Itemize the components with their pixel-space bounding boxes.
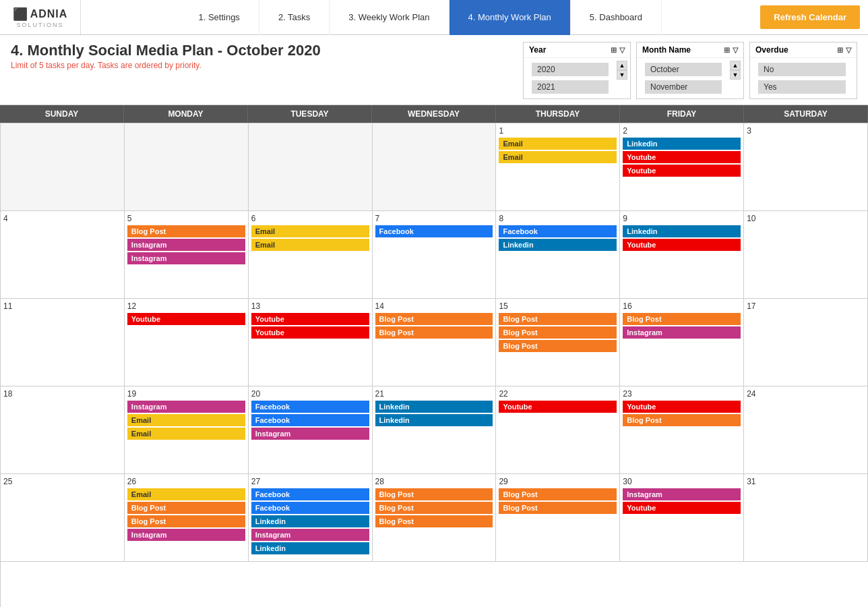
month-scroll-up[interactable]: ▲	[730, 61, 741, 70]
task-tag-facebook[interactable]: Facebook	[251, 502, 369, 514]
task-tag-blogpost[interactable]: Blog Post	[623, 414, 741, 426]
task-tag-blogpost[interactable]: Blog Post	[375, 488, 493, 500]
task-tag-blogpost[interactable]: Blog Post	[375, 515, 493, 527]
task-tag-youtube[interactable]: Youtube	[499, 401, 617, 413]
cal-date: 5	[127, 214, 245, 223]
year-sort-icon[interactable]: ⊞	[611, 46, 617, 55]
nav-dashboard[interactable]: 5. Dashboard	[571, 0, 662, 35]
cal-date: 20	[251, 389, 369, 399]
task-tag-instagram[interactable]: Instagram	[127, 529, 245, 541]
task-tag-youtube[interactable]: Youtube	[623, 401, 741, 413]
task-tag-instagram[interactable]: Instagram	[623, 326, 741, 339]
cal-date: 16	[623, 301, 741, 311]
task-tag-youtube[interactable]: Youtube	[623, 165, 741, 177]
cal-cell: 25	[1, 474, 125, 562]
task-tag-youtube[interactable]: Youtube	[623, 151, 741, 163]
cal-cell: 28Blog PostBlog PostBlog Post	[373, 474, 497, 562]
cal-cell: 21LinkedinLinkedin	[373, 386, 497, 474]
nav-settings[interactable]: 1. Settings	[179, 0, 259, 35]
month-sort-icon[interactable]: ⊞	[724, 46, 730, 55]
cal-date: 4	[3, 214, 121, 223]
month-value-1[interactable]: October	[645, 63, 722, 76]
cal-cell: 13YoutubeYoutube	[249, 299, 373, 386]
task-tag-email[interactable]: Email	[251, 239, 369, 251]
task-tag-email[interactable]: Email	[127, 488, 245, 500]
year-filter-icon[interactable]: ▽	[619, 46, 625, 55]
refresh-button[interactable]: Refresh Calendar	[760, 5, 860, 29]
overdue-filter-icon[interactable]: ▽	[846, 46, 851, 55]
task-tag-email[interactable]: Email	[127, 414, 245, 426]
task-tag-linkedin[interactable]: Linkedin	[623, 225, 741, 237]
task-tag-linkedin[interactable]: Linkedin	[499, 239, 617, 251]
cal-date: 7	[375, 214, 493, 223]
task-tag-instagram[interactable]: Instagram	[251, 529, 369, 541]
month-value-2[interactable]: November	[645, 80, 722, 94]
month-scroll-down[interactable]: ▼	[730, 70, 741, 80]
task-tag-youtube[interactable]: Youtube	[251, 326, 369, 339]
task-tag-email[interactable]: Email	[499, 138, 617, 150]
year-value-2[interactable]: 2021	[532, 80, 609, 94]
nav-weekly[interactable]: 3. Weekly Work Plan	[330, 0, 449, 35]
nav-monthly[interactable]: 4. Monthly Work Plan	[450, 0, 571, 35]
task-tag-youtube[interactable]: Youtube	[251, 313, 369, 325]
overdue-value-1[interactable]: No	[758, 63, 846, 76]
calendar-header: SUNDAY MONDAY TUESDAY WEDNESDAY THURSDAY…	[0, 105, 868, 123]
day-thursday: THURSDAY	[496, 105, 620, 123]
task-tag-youtube[interactable]: Youtube	[623, 502, 741, 514]
task-tag-blogpost[interactable]: Blog Post	[499, 326, 617, 339]
task-tag-instagram[interactable]: Instagram	[251, 428, 369, 440]
year-row-2: 2021	[526, 78, 617, 96]
cal-date: 27	[251, 477, 369, 486]
task-tag-blogpost[interactable]: Blog Post	[127, 225, 245, 237]
cal-cell: 6EmailEmail	[249, 211, 373, 299]
task-tag-linkedin[interactable]: Linkedin	[251, 542, 369, 554]
task-tag-facebook[interactable]: Facebook	[251, 401, 369, 413]
task-tag-instagram[interactable]: Instagram	[127, 401, 245, 413]
task-tag-instagram[interactable]: Instagram	[127, 239, 245, 251]
task-tag-linkedin[interactable]: Linkedin	[251, 515, 369, 527]
year-value-1[interactable]: 2020	[532, 63, 609, 76]
task-tag-linkedin[interactable]: Linkedin	[375, 401, 493, 413]
cal-date: 29	[499, 477, 617, 486]
task-tag-youtube[interactable]: Youtube	[623, 239, 741, 251]
year-scroll-up[interactable]: ▲	[617, 61, 627, 70]
task-tag-blogpost[interactable]: Blog Post	[623, 313, 741, 325]
task-tag-instagram[interactable]: Instagram	[623, 488, 741, 500]
day-monday: MONDAY	[124, 105, 248, 123]
cal-date: 23	[623, 389, 741, 399]
overdue-row-2: Yes	[753, 78, 854, 96]
task-tag-blogpost[interactable]: Blog Post	[499, 313, 617, 325]
task-tag-blogpost[interactable]: Blog Post	[375, 313, 493, 325]
task-tag-blogpost[interactable]: Blog Post	[499, 502, 617, 514]
task-tag-blogpost[interactable]: Blog Post	[499, 488, 617, 500]
year-filter-header: Year ⊞ ▽	[524, 42, 630, 58]
task-tag-blogpost[interactable]: Blog Post	[499, 340, 617, 352]
nav-tasks[interactable]: 2. Tasks	[259, 0, 330, 35]
month-filter-icon[interactable]: ▽	[733, 46, 738, 55]
cal-cell: 18	[1, 386, 125, 474]
task-tag-facebook[interactable]: Facebook	[499, 225, 617, 237]
task-tag-email[interactable]: Email	[127, 428, 245, 440]
task-tag-facebook[interactable]: Facebook	[251, 488, 369, 500]
cal-cell	[1, 123, 125, 211]
task-tag-youtube[interactable]: Youtube	[127, 313, 245, 325]
cal-date: 14	[375, 301, 493, 311]
cal-date: 2	[623, 126, 741, 136]
task-tag-blogpost[interactable]: Blog Post	[375, 326, 493, 339]
cal-date: 12	[127, 301, 245, 311]
task-tag-email[interactable]: Email	[499, 151, 617, 163]
task-tag-blogpost[interactable]: Blog Post	[375, 502, 493, 514]
task-tag-blogpost[interactable]: Blog Post	[127, 502, 245, 514]
task-tag-email[interactable]: Email	[251, 225, 369, 237]
task-tag-instagram[interactable]: Instagram	[127, 252, 245, 264]
task-tag-facebook[interactable]: Facebook	[251, 414, 369, 426]
month-row-2: November	[640, 78, 730, 96]
cal-date: 1	[499, 126, 617, 136]
task-tag-blogpost[interactable]: Blog Post	[127, 515, 245, 527]
overdue-sort-icon[interactable]: ⊞	[837, 46, 843, 55]
year-scroll-down[interactable]: ▼	[617, 70, 627, 80]
task-tag-linkedin[interactable]: Linkedin	[375, 414, 493, 426]
task-tag-linkedin[interactable]: Linkedin	[623, 138, 741, 150]
overdue-value-2[interactable]: Yes	[758, 80, 846, 94]
task-tag-facebook[interactable]: Facebook	[375, 225, 493, 237]
